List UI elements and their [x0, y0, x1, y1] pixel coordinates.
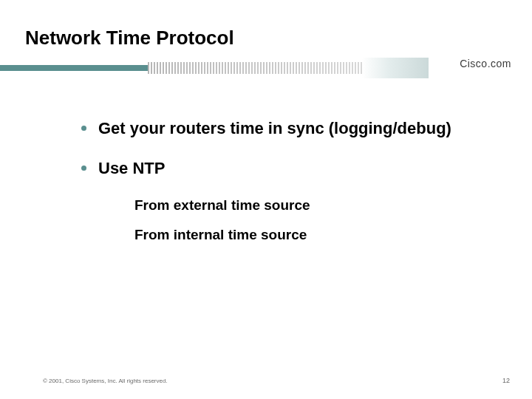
divider-ticks: [148, 62, 362, 74]
bullet-item: Get your routers time in sync (logging/d…: [81, 118, 466, 139]
sub-bullet-item: From external time source: [134, 197, 466, 214]
divider-rule: [0, 58, 532, 78]
divider-bar: [0, 65, 148, 71]
sub-bullet-item: From internal time source: [134, 227, 466, 243]
bullet-icon: [81, 166, 86, 171]
divider-gradient: [362, 58, 429, 78]
bullet-text: Get your routers time in sync (logging/d…: [98, 118, 451, 139]
footer-page-number: 12: [502, 377, 510, 384]
bullet-item: Use NTP: [81, 158, 466, 179]
footer-copyright: © 2001, Cisco Systems, Inc. All rights r…: [43, 378, 168, 384]
sub-bullet-list: From external time source From internal …: [134, 197, 466, 243]
slide-title: Network Time Protocol: [25, 27, 234, 50]
brand-text: Cisco.com: [460, 58, 511, 69]
bullet-text: Use NTP: [98, 158, 165, 179]
bullet-icon: [81, 126, 86, 131]
slide: Network Time Protocol Cisco.com Get your…: [0, 0, 532, 399]
content-area: Get your routers time in sync (logging/d…: [81, 118, 466, 256]
